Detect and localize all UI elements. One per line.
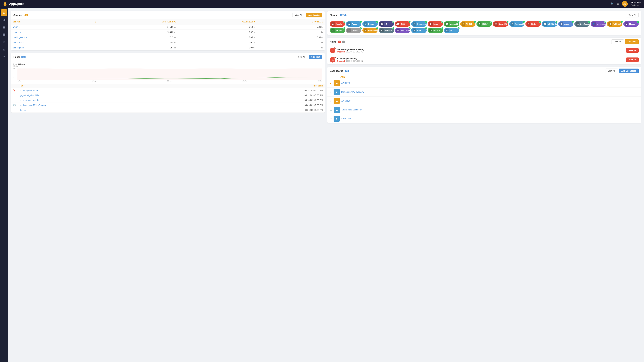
plugin-chip-jmx[interactable]: JMX JMX ✓ bbox=[395, 21, 410, 27]
plugin-icon: L bbox=[429, 22, 433, 26]
plugin-chip-nginx[interactable]: N NGINX ✓ bbox=[476, 21, 492, 27]
alert-info: AOdemo.p95.latency Triggered 2020-05-05T… bbox=[337, 57, 624, 62]
service-name-cell: auth-service bbox=[11, 40, 92, 45]
plugin-chip-postgresql[interactable]: P PostgreSQL ✓ bbox=[509, 21, 524, 27]
plugin-chip-oracledb[interactable]: O OracleDB ✓ bbox=[493, 21, 508, 27]
plugins-panel: Plugins 16/27 View All A Apache ✓ ☁ Azur… bbox=[327, 11, 641, 35]
sidebar-expand-button[interactable]: › bbox=[1, 353, 8, 360]
dashboards-col-name: NAME bbox=[340, 76, 639, 78]
chart-xlabel-3: 20. Apr bbox=[167, 80, 172, 82]
search-icon[interactable]: 🔍 bbox=[611, 2, 614, 5]
plugin-chip-apache[interactable]: A Apache ✓ bbox=[330, 21, 345, 27]
plugin-chip-kubernetes[interactable]: K Kubernetes ✓ bbox=[411, 21, 426, 27]
plugin-icon: H bbox=[380, 28, 384, 32]
plugin-label: Logs bbox=[434, 23, 438, 25]
alert-resolve-button[interactable]: Resolve bbox=[626, 57, 639, 62]
host-name-cell: llin-play bbox=[18, 108, 196, 113]
services-add-button[interactable]: Add Service bbox=[306, 13, 322, 17]
plugin-chip-processes[interactable]: 👤 processes ✓ bbox=[591, 21, 606, 27]
plugin-chip-azure[interactable]: ☁ Azure ✓ bbox=[346, 21, 361, 27]
plugin-label: JMX bbox=[401, 23, 405, 25]
plugins-grid: A Apache ✓ ☁ Azure ✓ 🐳 Docker ✓ IIS IIS … bbox=[327, 19, 641, 35]
plugins-view-all-button[interactable]: View All bbox=[626, 13, 639, 17]
avatar[interactable]: AB bbox=[622, 1, 628, 7]
sidebar-item-help[interactable]: ? bbox=[1, 54, 8, 60]
plugin-chip-mysql[interactable]: ⚡ MySQL ✓ bbox=[460, 21, 476, 27]
dashboard-thumb: ▲ bbox=[334, 107, 340, 113]
table-row: 🕐 rc_dotnet_win-2012-r2-sqlexp 04/06/202… bbox=[11, 103, 325, 108]
services-view-all-button[interactable]: View All bbox=[292, 13, 305, 17]
alert-icon-wrap: ⚠ ✕ bbox=[330, 48, 336, 53]
dashboard-item[interactable]: ★ ☁ AWS EC2 bbox=[327, 79, 641, 88]
sidebar-item-home[interactable]: ⌂ bbox=[1, 9, 8, 16]
alerts-add-button[interactable]: Add Alert bbox=[625, 39, 639, 44]
plugin-chip-statsd[interactable]: S statsd ✓ bbox=[558, 21, 574, 27]
plugin-chip-logs[interactable]: L Logs ✓ bbox=[428, 21, 443, 27]
plugin-icon: A bbox=[331, 22, 335, 26]
host-link[interactable]: ga_dotnet_win-2012-r2 bbox=[20, 94, 40, 96]
host-link[interactable]: rc_dotnet_win-2012-r2-sqlexp bbox=[20, 104, 46, 106]
services-count-badge: 8 bbox=[24, 14, 28, 16]
plugin-label: Azure bbox=[352, 23, 357, 25]
plugin-chip-varnish[interactable]: V Varnish ✓ bbox=[330, 28, 345, 33]
hosts-header: Hosts 52 View All Add Host bbox=[11, 53, 325, 61]
service-link[interactable]: auth-service bbox=[13, 41, 24, 44]
plugin-check-icon: ✓ bbox=[572, 21, 574, 23]
host-link[interactable]: node-big-benchmark bbox=[20, 89, 38, 92]
alert-timestamp: 2020-05-05T18:33:08Z bbox=[346, 60, 363, 62]
plugin-chip-mssql-server[interactable]: M MSSQL Server ✓ bbox=[542, 21, 557, 27]
sidebar-item-grid[interactable] bbox=[1, 31, 8, 38]
plugin-chip-mesos[interactable]: M Mesos ✓ bbox=[623, 21, 639, 27]
plugin-chip-mongodb[interactable]: M MongoDB ✓ bbox=[444, 21, 459, 27]
user-info: Alpha Beta SW Demo bbox=[631, 1, 641, 6]
host-link[interactable]: llin-play bbox=[20, 109, 27, 111]
plugin-chip-elasticsearch[interactable]: E Elasticsearch ✓ bbox=[362, 28, 378, 33]
host-first-seen-cell: 04/24/2020 3:06 PM bbox=[196, 88, 325, 93]
plugin-chip-node-js[interactable]: ⬡ Node.js ✓ bbox=[428, 28, 443, 33]
plugin-chip-zookeeper[interactable]: zk ZooKeeper ✓ bbox=[574, 21, 590, 27]
dashboard-item[interactable]: ☆ ▲ Solarsuites bbox=[327, 114, 641, 123]
service-link[interactable]: admin-panel bbox=[13, 46, 24, 49]
plugin-icon: R bbox=[527, 22, 530, 26]
host-link[interactable]: node_support_matrix bbox=[20, 99, 39, 101]
plugin-icon: P bbox=[510, 22, 514, 26]
alert-resolve-button[interactable]: Resolve bbox=[626, 48, 639, 53]
plugin-label: Kubernetes bbox=[417, 23, 427, 25]
dashboards-view-all-button[interactable]: View All bbox=[605, 68, 618, 73]
dashboards-add-button[interactable]: Add Dashboard bbox=[619, 68, 639, 73]
service-link[interactable]: booking-service bbox=[13, 36, 27, 38]
plugin-chip-rabbitmq[interactable]: R RabbitMQ ✓ bbox=[607, 21, 622, 27]
dashboard-item[interactable]: ☆ ☁ AWS RDS bbox=[327, 96, 641, 105]
plugin-icon: R bbox=[608, 22, 612, 26]
alerts-view-all-button[interactable]: View All bbox=[611, 39, 624, 44]
plugin-chip-memcached[interactable]: M Memcached ✓ bbox=[395, 28, 410, 33]
plugin-chip-collectd[interactable]: C Collectd ✓ bbox=[346, 28, 361, 33]
service-link[interactable]: web-tier bbox=[13, 26, 20, 28]
sidebar-item-chart[interactable] bbox=[1, 17, 8, 23]
sidebar-item-settings[interactable]: ⚙ bbox=[1, 46, 8, 53]
sidebar-item-list[interactable] bbox=[1, 24, 8, 31]
service-avg-resp-cell: 71.7ms bbox=[98, 35, 178, 40]
plugin-chip-redis[interactable]: R Redis ✓ bbox=[526, 21, 541, 27]
plugin-chip-iis[interactable]: IIS IIS ✓ bbox=[379, 21, 394, 27]
plugin-chip-docker[interactable]: 🐳 Docker ✓ bbox=[362, 21, 378, 27]
plugin-label: statsd bbox=[564, 23, 569, 25]
dashboard-item[interactable]: 🕐 ▲ Marko's test dashboard bbox=[327, 105, 641, 114]
hosts-view-all-button[interactable]: View All bbox=[295, 55, 308, 59]
plugin-chip-psm[interactable]: P PSM ✓ bbox=[411, 28, 426, 33]
sidebar-item-alerts[interactable] bbox=[1, 39, 8, 45]
hosts-add-button[interactable]: Add Host bbox=[309, 55, 322, 59]
host-name-cell: node-big-benchmark bbox=[18, 88, 196, 93]
service-link[interactable]: search-service bbox=[13, 31, 26, 33]
table-row: 🔖 node-big-benchmark 04/24/2020 3:06 PM bbox=[11, 88, 325, 93]
plugin-chip-go[interactable]: GO Go ✓ bbox=[444, 28, 459, 33]
plugin-icon: E bbox=[364, 28, 368, 32]
alert-triggered-label: Triggered bbox=[337, 60, 345, 62]
grid-icon[interactable]: ⠿ bbox=[617, 2, 619, 5]
hosts-col-first-seen: FIRST SEEN bbox=[196, 84, 325, 88]
plugin-icon: IIS bbox=[380, 22, 384, 26]
dashboard-item[interactable]: ☆ ▲ Demo app APM overview bbox=[327, 88, 641, 96]
plugin-chip-haproxy[interactable]: H HAProxy ✓ bbox=[379, 28, 394, 33]
plugin-check-icon: ✓ bbox=[376, 21, 378, 23]
svg-rect-2 bbox=[3, 20, 3, 21]
